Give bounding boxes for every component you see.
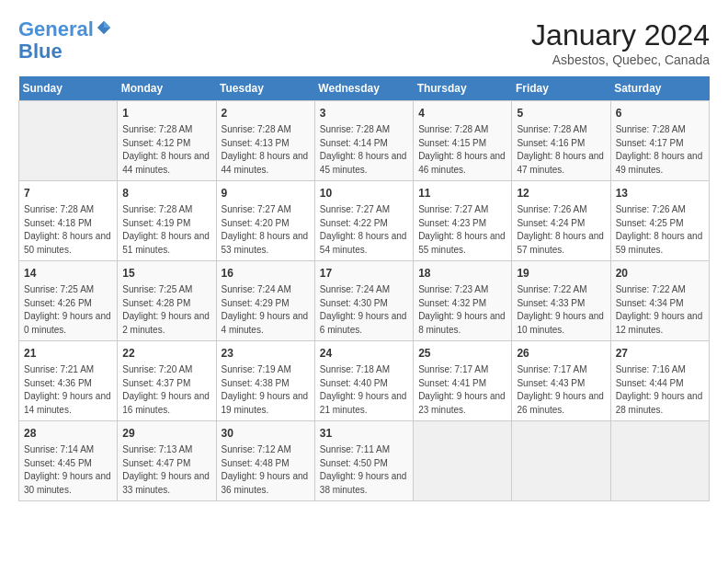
cell-info: Sunrise: 7:27 AMSunset: 4:23 PMDaylight:… bbox=[418, 203, 506, 257]
calendar-cell: 3Sunrise: 7:28 AMSunset: 4:14 PMDaylight… bbox=[314, 101, 413, 181]
header-day-thursday: Thursday bbox=[414, 76, 512, 101]
cell-info: Sunrise: 7:17 AMSunset: 4:41 PMDaylight:… bbox=[418, 363, 506, 417]
day-number: 18 bbox=[418, 265, 506, 282]
calendar-header-row: SundayMondayTuesdayWednesdayThursdayFrid… bbox=[19, 76, 710, 101]
cell-info: Sunrise: 7:20 AMSunset: 4:37 PMDaylight:… bbox=[122, 363, 210, 417]
day-number: 9 bbox=[222, 185, 310, 201]
day-number: 6 bbox=[616, 105, 704, 121]
day-number: 15 bbox=[122, 265, 210, 282]
day-number: 1 bbox=[122, 105, 210, 121]
cell-info: Sunrise: 7:28 AMSunset: 4:18 PMDaylight:… bbox=[24, 203, 112, 257]
cell-info: Sunrise: 7:25 AMSunset: 4:28 PMDaylight:… bbox=[122, 283, 210, 337]
header-day-friday: Friday bbox=[512, 76, 610, 101]
day-number: 16 bbox=[222, 265, 310, 282]
calendar-cell bbox=[512, 421, 610, 501]
day-number: 19 bbox=[517, 265, 605, 282]
logo-text: General bbox=[18, 18, 112, 40]
cell-info: Sunrise: 7:17 AMSunset: 4:43 PMDaylight:… bbox=[517, 363, 605, 417]
cell-info: Sunrise: 7:18 AMSunset: 4:40 PMDaylight:… bbox=[320, 363, 408, 417]
cell-info: Sunrise: 7:24 AMSunset: 4:30 PMDaylight:… bbox=[320, 283, 408, 337]
day-number: 17 bbox=[320, 265, 408, 282]
calendar-cell: 31Sunrise: 7:11 AMSunset: 4:50 PMDayligh… bbox=[314, 421, 413, 501]
cell-info: Sunrise: 7:28 AMSunset: 4:13 PMDaylight:… bbox=[222, 123, 310, 177]
day-number: 7 bbox=[24, 185, 112, 201]
calendar-cell: 30Sunrise: 7:12 AMSunset: 4:48 PMDayligh… bbox=[216, 421, 314, 501]
calendar-cell: 13Sunrise: 7:26 AMSunset: 4:25 PMDayligh… bbox=[610, 181, 709, 261]
day-number: 3 bbox=[320, 105, 408, 121]
header-day-monday: Monday bbox=[118, 76, 216, 101]
calendar-cell: 1Sunrise: 7:28 AMSunset: 4:12 PMDaylight… bbox=[118, 101, 216, 181]
cell-info: Sunrise: 7:14 AMSunset: 4:45 PMDaylight:… bbox=[24, 443, 112, 497]
title-block: January 2024 Asbestos, Quebec, Canada bbox=[531, 18, 710, 67]
day-number: 29 bbox=[122, 425, 210, 442]
cell-info: Sunrise: 7:27 AMSunset: 4:20 PMDaylight:… bbox=[222, 203, 310, 257]
calendar-cell bbox=[414, 421, 512, 501]
day-number: 14 bbox=[24, 265, 112, 282]
calendar-cell: 7Sunrise: 7:28 AMSunset: 4:18 PMDaylight… bbox=[19, 181, 118, 261]
header-day-wednesday: Wednesday bbox=[314, 76, 413, 101]
header-day-tuesday: Tuesday bbox=[216, 76, 314, 101]
calendar-table: SundayMondayTuesdayWednesdayThursdayFrid… bbox=[18, 76, 710, 501]
header-day-saturday: Saturday bbox=[610, 76, 709, 101]
day-number: 27 bbox=[616, 345, 704, 362]
logo: General Blue bbox=[18, 18, 112, 63]
calendar-cell: 4Sunrise: 7:28 AMSunset: 4:15 PMDaylight… bbox=[414, 101, 512, 181]
page-header: General Blue January 2024 Asbestos, Queb… bbox=[18, 18, 710, 67]
cell-info: Sunrise: 7:21 AMSunset: 4:36 PMDaylight:… bbox=[24, 363, 112, 417]
header-day-sunday: Sunday bbox=[19, 76, 118, 101]
day-number: 26 bbox=[517, 345, 605, 362]
cell-info: Sunrise: 7:23 AMSunset: 4:32 PMDaylight:… bbox=[418, 283, 506, 337]
cell-info: Sunrise: 7:22 AMSunset: 4:33 PMDaylight:… bbox=[517, 283, 605, 337]
calendar-cell: 27Sunrise: 7:16 AMSunset: 4:44 PMDayligh… bbox=[610, 341, 709, 421]
day-number: 8 bbox=[122, 185, 210, 201]
calendar-cell: 18Sunrise: 7:23 AMSunset: 4:32 PMDayligh… bbox=[414, 261, 512, 341]
day-number: 20 bbox=[616, 265, 704, 282]
calendar-week-row: 7Sunrise: 7:28 AMSunset: 4:18 PMDaylight… bbox=[19, 181, 710, 261]
calendar-cell: 19Sunrise: 7:22 AMSunset: 4:33 PMDayligh… bbox=[512, 261, 610, 341]
calendar-cell: 28Sunrise: 7:14 AMSunset: 4:45 PMDayligh… bbox=[19, 421, 118, 501]
day-number: 21 bbox=[24, 345, 112, 362]
cell-info: Sunrise: 7:27 AMSunset: 4:22 PMDaylight:… bbox=[320, 203, 408, 257]
calendar-cell: 21Sunrise: 7:21 AMSunset: 4:36 PMDayligh… bbox=[19, 341, 118, 421]
cell-info: Sunrise: 7:13 AMSunset: 4:47 PMDaylight:… bbox=[122, 443, 210, 497]
calendar-cell: 26Sunrise: 7:17 AMSunset: 4:43 PMDayligh… bbox=[512, 341, 610, 421]
cell-info: Sunrise: 7:28 AMSunset: 4:15 PMDaylight:… bbox=[418, 123, 506, 177]
calendar-cell: 17Sunrise: 7:24 AMSunset: 4:30 PMDayligh… bbox=[314, 261, 413, 341]
day-number: 31 bbox=[320, 425, 408, 442]
calendar-cell: 25Sunrise: 7:17 AMSunset: 4:41 PMDayligh… bbox=[414, 341, 512, 421]
cell-info: Sunrise: 7:28 AMSunset: 4:14 PMDaylight:… bbox=[320, 123, 408, 177]
calendar-week-row: 1Sunrise: 7:28 AMSunset: 4:12 PMDaylight… bbox=[19, 101, 710, 181]
calendar-cell: 20Sunrise: 7:22 AMSunset: 4:34 PMDayligh… bbox=[610, 261, 709, 341]
calendar-cell: 16Sunrise: 7:24 AMSunset: 4:29 PMDayligh… bbox=[216, 261, 314, 341]
calendar-cell: 10Sunrise: 7:27 AMSunset: 4:22 PMDayligh… bbox=[314, 181, 413, 261]
cell-info: Sunrise: 7:11 AMSunset: 4:50 PMDaylight:… bbox=[320, 443, 408, 497]
cell-info: Sunrise: 7:28 AMSunset: 4:19 PMDaylight:… bbox=[122, 203, 210, 257]
location: Asbestos, Quebec, Canada bbox=[531, 52, 710, 67]
cell-info: Sunrise: 7:26 AMSunset: 4:24 PMDaylight:… bbox=[517, 203, 605, 257]
calendar-week-row: 28Sunrise: 7:14 AMSunset: 4:45 PMDayligh… bbox=[19, 421, 710, 501]
cell-info: Sunrise: 7:24 AMSunset: 4:29 PMDaylight:… bbox=[222, 283, 310, 337]
logo-blue-text: Blue bbox=[18, 40, 112, 63]
day-number: 12 bbox=[517, 185, 605, 201]
calendar-cell: 24Sunrise: 7:18 AMSunset: 4:40 PMDayligh… bbox=[314, 341, 413, 421]
calendar-cell: 14Sunrise: 7:25 AMSunset: 4:26 PMDayligh… bbox=[19, 261, 118, 341]
logo-icon bbox=[96, 19, 112, 36]
cell-info: Sunrise: 7:28 AMSunset: 4:12 PMDaylight:… bbox=[122, 123, 210, 177]
cell-info: Sunrise: 7:19 AMSunset: 4:38 PMDaylight:… bbox=[222, 363, 310, 417]
cell-info: Sunrise: 7:25 AMSunset: 4:26 PMDaylight:… bbox=[24, 283, 112, 337]
calendar-cell: 9Sunrise: 7:27 AMSunset: 4:20 PMDaylight… bbox=[216, 181, 314, 261]
calendar-cell bbox=[610, 421, 709, 501]
day-number: 11 bbox=[418, 185, 506, 201]
calendar-cell: 2Sunrise: 7:28 AMSunset: 4:13 PMDaylight… bbox=[216, 101, 314, 181]
calendar-cell: 23Sunrise: 7:19 AMSunset: 4:38 PMDayligh… bbox=[216, 341, 314, 421]
calendar-week-row: 14Sunrise: 7:25 AMSunset: 4:26 PMDayligh… bbox=[19, 261, 710, 341]
day-number: 23 bbox=[222, 345, 310, 362]
calendar-cell: 11Sunrise: 7:27 AMSunset: 4:23 PMDayligh… bbox=[414, 181, 512, 261]
calendar-cell: 22Sunrise: 7:20 AMSunset: 4:37 PMDayligh… bbox=[118, 341, 216, 421]
day-number: 13 bbox=[616, 185, 704, 201]
cell-info: Sunrise: 7:16 AMSunset: 4:44 PMDaylight:… bbox=[616, 363, 704, 417]
cell-info: Sunrise: 7:28 AMSunset: 4:16 PMDaylight:… bbox=[517, 123, 605, 177]
day-number: 5 bbox=[517, 105, 605, 121]
cell-info: Sunrise: 7:22 AMSunset: 4:34 PMDaylight:… bbox=[616, 283, 704, 337]
calendar-cell bbox=[19, 101, 118, 181]
